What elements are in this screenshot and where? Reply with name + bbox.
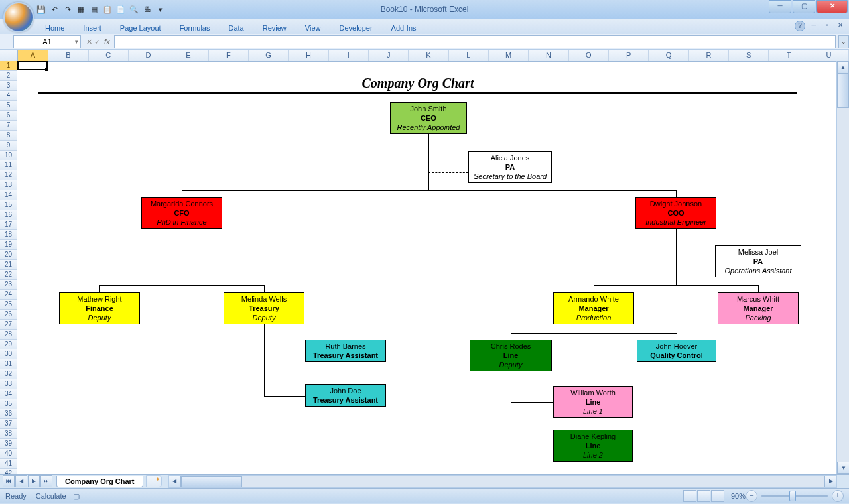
column-header[interactable]: P	[609, 50, 649, 61]
chevron-down-icon[interactable]: ▾	[155, 4, 166, 15]
zoom-out-icon[interactable]: −	[746, 490, 757, 502]
row-header[interactable]: 9	[0, 141, 17, 151]
zoom-thumb[interactable]	[789, 491, 796, 501]
column-header[interactable]: O	[569, 50, 609, 61]
tab-view[interactable]: View	[296, 22, 330, 34]
row-header[interactable]: 24	[0, 290, 17, 300]
org-node-mgrprod[interactable]: Armando WhiteManagerProduction	[553, 292, 634, 324]
row-header[interactable]: 32	[0, 369, 17, 379]
tab-data[interactable]: Data	[219, 22, 253, 34]
save-icon[interactable]: 💾	[36, 4, 46, 15]
scroll-left-icon[interactable]: ◀	[169, 476, 181, 487]
minimize-button[interactable]: ─	[769, 0, 791, 13]
qat-icon[interactable]: 📄	[115, 4, 126, 15]
org-node-pa1[interactable]: Alicia JonesPASecretary to the Board	[468, 151, 552, 183]
row-header[interactable]: 35	[0, 399, 17, 409]
column-header[interactable]: E	[168, 50, 208, 61]
help-icon[interactable]: ?	[795, 21, 805, 31]
new-sheet-icon[interactable]	[146, 475, 162, 487]
row-header[interactable]: 6	[0, 111, 17, 121]
row-header[interactable]: 10	[0, 151, 17, 160]
org-node-mgrpack[interactable]: Marcus WhittManagerPacking	[718, 292, 799, 324]
macro-record-icon[interactable]: ▢	[73, 492, 80, 501]
column-header[interactable]: T	[769, 50, 809, 61]
scroll-down-icon[interactable]: ▼	[837, 462, 849, 474]
row-header[interactable]: 29	[0, 340, 17, 349]
name-box[interactable]: A1	[13, 35, 81, 48]
cancel-formula-icon[interactable]: ✕	[86, 38, 92, 46]
select-all-corner[interactable]	[0, 50, 18, 61]
row-header[interactable]: 30	[0, 349, 17, 359]
zoom-level[interactable]: 90%	[731, 492, 746, 500]
ribbon-close-icon[interactable]: ✕	[836, 21, 845, 30]
scroll-right-icon[interactable]: ▶	[824, 476, 836, 487]
column-header[interactable]: L	[449, 50, 489, 61]
row-header[interactable]: 3	[0, 81, 17, 91]
column-header[interactable]: S	[729, 50, 769, 61]
column-header[interactable]: Q	[649, 50, 688, 61]
column-header[interactable]: A	[18, 50, 49, 61]
formula-input[interactable]	[114, 35, 836, 48]
tab-addins[interactable]: Add-Ins	[382, 22, 426, 34]
row-header[interactable]: 14	[0, 190, 17, 200]
row-header[interactable]: 39	[0, 439, 17, 449]
row-header[interactable]: 27	[0, 320, 17, 330]
maximize-button[interactable]: ▢	[793, 0, 815, 13]
org-node-line1[interactable]: Chris RodesLineDeputy	[470, 340, 552, 371]
tab-review[interactable]: Review	[253, 22, 296, 34]
vertical-scrollbar[interactable]: ▲ ▼	[836, 61, 849, 474]
undo-icon[interactable]: ↶	[49, 4, 60, 15]
row-header[interactable]: 34	[0, 389, 17, 399]
normal-view-icon[interactable]	[683, 490, 696, 502]
sheet-prev-icon[interactable]: ◀	[15, 475, 27, 487]
print-preview-icon[interactable]: 🔍	[129, 4, 139, 15]
row-header[interactable]: 1	[0, 61, 17, 71]
org-node-qc[interactable]: John HooverQuality Control	[637, 340, 716, 362]
row-header[interactable]: 13	[0, 180, 17, 190]
column-header[interactable]: G	[249, 50, 289, 61]
row-header[interactable]: 40	[0, 449, 17, 459]
tab-insert[interactable]: Insert	[74, 22, 111, 34]
row-header[interactable]: 7	[0, 121, 17, 131]
page-break-view-icon[interactable]	[711, 490, 724, 502]
row-header[interactable]: 41	[0, 459, 17, 469]
column-header[interactable]: H	[289, 50, 328, 61]
tab-page-layout[interactable]: Page Layout	[111, 22, 170, 34]
zoom-track[interactable]	[761, 495, 828, 497]
office-button[interactable]	[3, 2, 34, 32]
org-node-line2[interactable]: William WorthLineLine 1	[553, 386, 633, 418]
row-header[interactable]: 4	[0, 91, 17, 101]
row-header[interactable]: 21	[0, 260, 17, 270]
column-header[interactable]: N	[529, 50, 568, 61]
column-header[interactable]: D	[129, 50, 168, 61]
row-header[interactable]: 2	[0, 71, 17, 81]
tab-developer[interactable]: Developer	[330, 22, 381, 34]
org-node-fin[interactable]: Mathew RightFinanceDeputy	[59, 292, 140, 324]
fx-icon[interactable]: fx	[104, 38, 110, 46]
row-header[interactable]: 33	[0, 379, 17, 389]
scroll-up-icon[interactable]: ▲	[837, 61, 849, 74]
print-icon[interactable]: 🖶	[142, 4, 153, 15]
column-header[interactable]: J	[369, 50, 409, 61]
worksheet-grid[interactable]: ABCDEFGHIJKLMNOPQRSTU 123456789101112131…	[0, 50, 849, 474]
tab-formulas[interactable]: Formulas	[170, 22, 220, 34]
column-header[interactable]: B	[48, 50, 88, 61]
ribbon-minimize-icon[interactable]: ─	[809, 21, 818, 30]
enter-formula-icon[interactable]: ✓	[94, 38, 100, 46]
qat-icon[interactable]: ▤	[89, 4, 99, 15]
org-node-line3[interactable]: Diane KeplingLineLine 2	[553, 430, 633, 462]
org-node-coo[interactable]: Dwight JohnsonCOOIndustrial Engineer	[635, 197, 716, 229]
column-header[interactable]: C	[89, 50, 129, 61]
qat-icon[interactable]: 📋	[102, 4, 113, 15]
row-header[interactable]: 15	[0, 200, 17, 210]
tab-home[interactable]: Home	[36, 22, 74, 34]
row-header[interactable]: 18	[0, 230, 17, 240]
column-header[interactable]: U	[809, 50, 849, 61]
row-header[interactable]: 38	[0, 429, 17, 439]
row-header[interactable]: 28	[0, 330, 17, 340]
row-header[interactable]: 37	[0, 419, 17, 429]
sheet-first-icon[interactable]: ⏮	[3, 475, 15, 487]
org-node-ceo[interactable]: John SmithCEORecently Appointed	[390, 102, 467, 134]
row-header[interactable]: 11	[0, 160, 17, 170]
sheet-next-icon[interactable]: ▶	[28, 475, 40, 487]
